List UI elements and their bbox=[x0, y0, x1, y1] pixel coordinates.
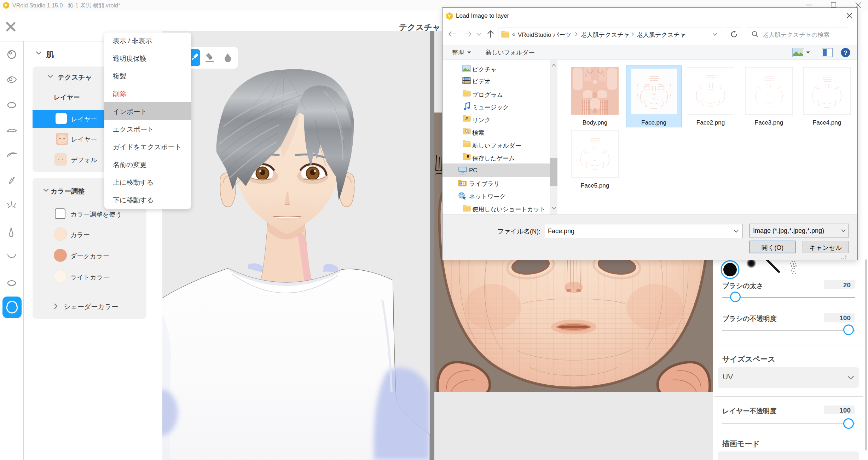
svg-text:?: ? bbox=[844, 50, 847, 56]
